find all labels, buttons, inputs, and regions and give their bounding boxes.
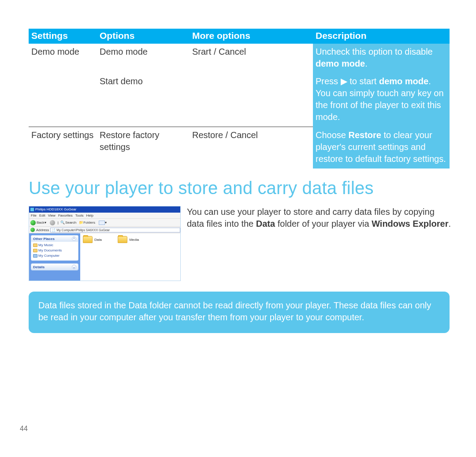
music-folder-icon xyxy=(33,243,37,247)
cell-settings: Demo mode xyxy=(29,44,97,73)
window-addressbar: Address 📄 My Computer\Philips SA6XXX GoG… xyxy=(29,227,180,233)
window-menubar: FileEditViewFavoritesToolsHelp xyxy=(29,213,180,219)
table-row: Start demo Press ▶ to start demo mode. Y… xyxy=(29,73,450,127)
cell-description: Press ▶ to start demo mode. You can simp… xyxy=(313,73,450,127)
cell-options: Start demo xyxy=(97,73,190,127)
settings-table: Settings Options More options Descriptio… xyxy=(29,29,450,169)
explorer-sidebar: Other Places⌃ My Music My Documents My C… xyxy=(29,233,80,281)
cell-description: Choose Restore to clear your player's cu… xyxy=(313,127,450,169)
th-more: More options xyxy=(190,29,313,44)
back-icon xyxy=(30,220,36,225)
folder-icon xyxy=(83,236,93,243)
expand-icon: ⌄ xyxy=(72,265,76,269)
go-icon xyxy=(30,228,35,232)
cell-options: Restore factory settings xyxy=(97,127,190,169)
table-header-row: Settings Options More options Descriptio… xyxy=(29,29,450,44)
address-input: 📄 My Computer\Philips SA6XXX GoGear xyxy=(50,228,180,232)
cell-options: Demo mode xyxy=(97,44,190,73)
th-settings: Settings xyxy=(29,29,97,44)
views-icon xyxy=(99,221,105,225)
forward-icon xyxy=(50,220,55,225)
note-box: Data files stored in the Data folder can… xyxy=(29,292,450,333)
table-row: Demo mode Demo mode Srart / Cancel Unche… xyxy=(29,44,450,73)
explorer-content: Data Media xyxy=(80,233,180,281)
cell-more: Srart / Cancel xyxy=(190,44,313,73)
table-row: Factory settings Restore factory setting… xyxy=(29,127,450,169)
documents-folder-icon xyxy=(33,249,37,252)
window-toolbar: Back ▾ | 🔍Search 📁Folders ▾ xyxy=(29,219,180,227)
window-titlebar: Philips HDD18XX GoGear xyxy=(29,206,180,213)
folder-icon xyxy=(118,236,127,243)
paragraph-copy: You can use your player to store and car… xyxy=(187,206,452,229)
section-heading: Use your player to store and carry data … xyxy=(29,178,452,198)
th-description: Description xyxy=(313,29,450,44)
collapse-icon: ⌃ xyxy=(72,236,76,241)
page-number: 44 xyxy=(20,425,28,433)
cell-settings xyxy=(29,73,97,127)
windows-explorer-screenshot: Philips HDD18XX GoGear FileEditViewFavor… xyxy=(29,206,181,281)
cell-description: Uncheck this option to disable demo mode… xyxy=(313,44,450,73)
th-options: Options xyxy=(97,29,190,44)
folders-icon: 📁 xyxy=(79,219,83,227)
cell-more: Restore / Cancel xyxy=(190,127,313,169)
computer-icon xyxy=(33,254,37,258)
search-icon: 🔍 xyxy=(60,219,65,227)
cell-more xyxy=(190,73,313,127)
cell-settings: Factory settings xyxy=(29,127,97,169)
